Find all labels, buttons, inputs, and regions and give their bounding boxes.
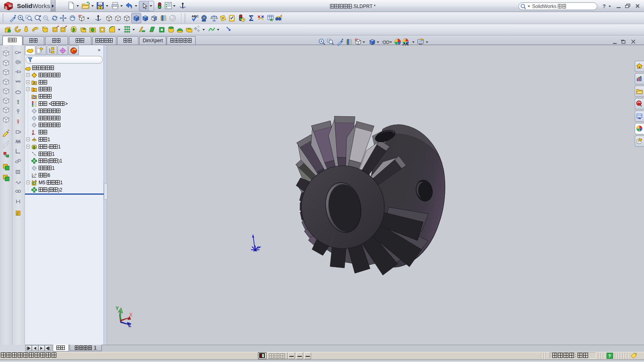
svg-text:Z: Z xyxy=(128,323,131,328)
svg-text:S: S xyxy=(5,6,7,10)
svg-text:Y: Y xyxy=(116,306,119,311)
svg-text:W: W xyxy=(8,4,12,8)
svg-text:A: A xyxy=(33,81,35,85)
svg-text:X: X xyxy=(129,312,132,318)
svg-text:?: ? xyxy=(608,354,611,358)
svg-text:Σ: Σ xyxy=(33,88,35,92)
